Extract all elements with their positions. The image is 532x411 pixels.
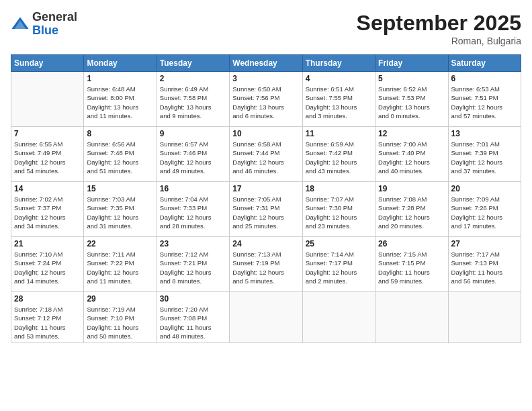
calendar-header-row: SundayMondayTuesdayWednesdayThursdayFrid…	[11, 55, 521, 72]
day-info: Sunrise: 6:49 AM Sunset: 7:58 PM Dayligh…	[160, 85, 226, 120]
day-number: 17	[232, 184, 299, 193]
day-info: Sunrise: 6:56 AM Sunset: 7:48 PM Dayligh…	[87, 140, 153, 175]
day-number: 1	[87, 74, 153, 83]
page-header: General Blue September 2025 Roman, Bulga…	[11, 11, 521, 46]
day-number: 20	[451, 184, 518, 193]
day-number: 24	[232, 239, 299, 248]
calendar-cell: 15Sunrise: 7:03 AM Sunset: 7:35 PM Dayli…	[84, 182, 157, 237]
day-number: 4	[306, 74, 372, 83]
day-info: Sunrise: 6:48 AM Sunset: 8:00 PM Dayligh…	[87, 85, 153, 120]
month-title: September 2025	[357, 11, 521, 36]
calendar-cell	[11, 72, 84, 127]
day-info: Sunrise: 7:07 AM Sunset: 7:30 PM Dayligh…	[306, 195, 372, 230]
day-number: 11	[306, 129, 372, 138]
day-info: Sunrise: 6:55 AM Sunset: 7:49 PM Dayligh…	[14, 140, 81, 175]
day-info: Sunrise: 7:01 AM Sunset: 7:39 PM Dayligh…	[451, 140, 518, 175]
logo-general: General	[32, 10, 77, 24]
day-info: Sunrise: 7:09 AM Sunset: 7:26 PM Dayligh…	[451, 195, 518, 230]
day-number: 29	[87, 294, 153, 304]
calendar-cell: 29Sunrise: 7:19 AM Sunset: 7:10 PM Dayli…	[84, 292, 157, 343]
location: Roman, Bulgaria	[357, 36, 521, 46]
day-info: Sunrise: 7:14 AM Sunset: 7:17 PM Dayligh…	[306, 250, 372, 285]
calendar-cell: 19Sunrise: 7:08 AM Sunset: 7:28 PM Dayli…	[375, 182, 448, 237]
day-number: 27	[451, 239, 518, 248]
calendar: SundayMondayTuesdayWednesdayThursdayFrid…	[11, 54, 521, 343]
calendar-cell: 9Sunrise: 6:57 AM Sunset: 7:46 PM Daylig…	[157, 127, 229, 182]
calendar-cell: 22Sunrise: 7:11 AM Sunset: 7:22 PM Dayli…	[84, 237, 157, 292]
calendar-week-row: 1Sunrise: 6:48 AM Sunset: 8:00 PM Daylig…	[11, 72, 521, 127]
day-number: 10	[232, 129, 299, 138]
calendar-cell: 24Sunrise: 7:13 AM Sunset: 7:19 PM Dayli…	[230, 237, 302, 292]
calendar-cell: 6Sunrise: 6:53 AM Sunset: 7:51 PM Daylig…	[448, 72, 521, 127]
day-info: Sunrise: 6:50 AM Sunset: 7:56 PM Dayligh…	[232, 85, 299, 120]
calendar-cell: 10Sunrise: 6:58 AM Sunset: 7:44 PM Dayli…	[230, 127, 302, 182]
calendar-cell: 17Sunrise: 7:05 AM Sunset: 7:31 PM Dayli…	[230, 182, 302, 237]
day-info: Sunrise: 7:04 AM Sunset: 7:33 PM Dayligh…	[160, 195, 226, 230]
day-info: Sunrise: 7:18 AM Sunset: 7:12 PM Dayligh…	[14, 305, 81, 340]
day-info: Sunrise: 6:57 AM Sunset: 7:46 PM Dayligh…	[160, 140, 226, 175]
day-info: Sunrise: 7:12 AM Sunset: 7:21 PM Dayligh…	[160, 250, 226, 285]
calendar-cell: 21Sunrise: 7:10 AM Sunset: 7:24 PM Dayli…	[11, 237, 84, 292]
header-saturday: Saturday	[448, 55, 521, 72]
logo-blue: Blue	[32, 24, 58, 37]
day-info: Sunrise: 7:08 AM Sunset: 7:28 PM Dayligh…	[378, 195, 445, 230]
calendar-cell: 11Sunrise: 6:59 AM Sunset: 7:42 PM Dayli…	[302, 127, 375, 182]
calendar-cell: 3Sunrise: 6:50 AM Sunset: 7:56 PM Daylig…	[230, 72, 302, 127]
day-number: 30	[160, 294, 226, 304]
calendar-cell: 26Sunrise: 7:15 AM Sunset: 7:15 PM Dayli…	[375, 237, 448, 292]
day-number: 5	[378, 74, 445, 83]
day-info: Sunrise: 6:59 AM Sunset: 7:42 PM Dayligh…	[306, 140, 372, 175]
calendar-cell: 1Sunrise: 6:48 AM Sunset: 8:00 PM Daylig…	[84, 72, 157, 127]
logo: General Blue	[11, 11, 77, 38]
day-number: 28	[14, 294, 81, 304]
calendar-cell: 14Sunrise: 7:02 AM Sunset: 7:37 PM Dayli…	[11, 182, 84, 237]
day-info: Sunrise: 6:51 AM Sunset: 7:55 PM Dayligh…	[306, 85, 372, 120]
day-info: Sunrise: 7:15 AM Sunset: 7:15 PM Dayligh…	[378, 250, 445, 285]
calendar-cell: 4Sunrise: 6:51 AM Sunset: 7:55 PM Daylig…	[302, 72, 375, 127]
header-wednesday: Wednesday	[230, 55, 302, 72]
calendar-cell: 16Sunrise: 7:04 AM Sunset: 7:33 PM Dayli…	[157, 182, 229, 237]
day-info: Sunrise: 6:52 AM Sunset: 7:53 PM Dayligh…	[378, 85, 445, 120]
day-number: 9	[160, 129, 226, 138]
day-number: 12	[378, 129, 445, 138]
title-area: September 2025 Roman, Bulgaria	[357, 11, 521, 46]
logo-icon	[11, 15, 30, 34]
calendar-cell: 5Sunrise: 6:52 AM Sunset: 7:53 PM Daylig…	[375, 72, 448, 127]
day-number: 3	[232, 74, 299, 83]
header-thursday: Thursday	[302, 55, 375, 72]
day-number: 16	[160, 184, 226, 193]
day-number: 7	[14, 129, 81, 138]
day-info: Sunrise: 7:03 AM Sunset: 7:35 PM Dayligh…	[87, 195, 153, 230]
day-number: 18	[306, 184, 372, 193]
calendar-cell: 2Sunrise: 6:49 AM Sunset: 7:58 PM Daylig…	[157, 72, 229, 127]
day-number: 23	[160, 239, 226, 248]
day-info: Sunrise: 7:20 AM Sunset: 7:08 PM Dayligh…	[160, 305, 226, 340]
calendar-week-row: 7Sunrise: 6:55 AM Sunset: 7:49 PM Daylig…	[11, 127, 521, 182]
day-number: 15	[87, 184, 153, 193]
calendar-cell: 20Sunrise: 7:09 AM Sunset: 7:26 PM Dayli…	[448, 182, 521, 237]
header-friday: Friday	[375, 55, 448, 72]
day-info: Sunrise: 7:10 AM Sunset: 7:24 PM Dayligh…	[14, 250, 81, 285]
day-number: 22	[87, 239, 153, 248]
day-info: Sunrise: 7:17 AM Sunset: 7:13 PM Dayligh…	[451, 250, 518, 285]
day-number: 19	[378, 184, 445, 193]
day-info: Sunrise: 7:13 AM Sunset: 7:19 PM Dayligh…	[232, 250, 299, 285]
calendar-cell: 28Sunrise: 7:18 AM Sunset: 7:12 PM Dayli…	[11, 292, 84, 343]
calendar-cell: 30Sunrise: 7:20 AM Sunset: 7:08 PM Dayli…	[157, 292, 229, 343]
header-tuesday: Tuesday	[157, 55, 229, 72]
calendar-cell: 25Sunrise: 7:14 AM Sunset: 7:17 PM Dayli…	[302, 237, 375, 292]
day-number: 13	[451, 129, 518, 138]
day-info: Sunrise: 7:05 AM Sunset: 7:31 PM Dayligh…	[232, 195, 299, 230]
calendar-cell: 12Sunrise: 7:00 AM Sunset: 7:40 PM Dayli…	[375, 127, 448, 182]
day-info: Sunrise: 6:53 AM Sunset: 7:51 PM Dayligh…	[451, 85, 518, 120]
calendar-cell: 18Sunrise: 7:07 AM Sunset: 7:30 PM Dayli…	[302, 182, 375, 237]
calendar-cell: 27Sunrise: 7:17 AM Sunset: 7:13 PM Dayli…	[448, 237, 521, 292]
day-number: 14	[14, 184, 81, 193]
calendar-cell: 7Sunrise: 6:55 AM Sunset: 7:49 PM Daylig…	[11, 127, 84, 182]
header-sunday: Sunday	[11, 55, 84, 72]
calendar-week-row: 28Sunrise: 7:18 AM Sunset: 7:12 PM Dayli…	[11, 292, 521, 343]
header-monday: Monday	[84, 55, 157, 72]
day-info: Sunrise: 7:00 AM Sunset: 7:40 PM Dayligh…	[378, 140, 445, 175]
calendar-cell: 13Sunrise: 7:01 AM Sunset: 7:39 PM Dayli…	[448, 127, 521, 182]
calendar-cell	[375, 292, 448, 343]
